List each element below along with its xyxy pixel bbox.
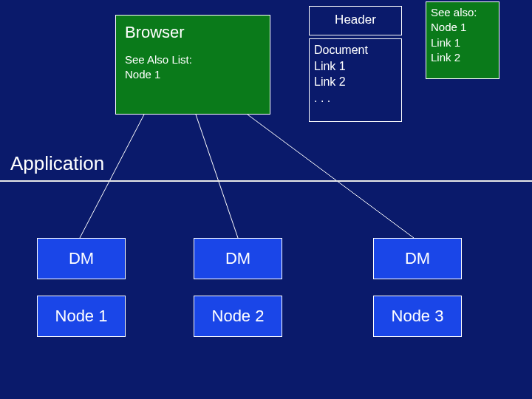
node-box-1: Node 1 (37, 296, 126, 337)
see-also-title: See also: (431, 5, 494, 20)
document-ellipsis: . . . (314, 90, 397, 106)
divider-line (0, 180, 532, 182)
header-label: Header (335, 13, 376, 27)
dm-label-3: DM (405, 249, 430, 268)
dm-box-1: DM (37, 238, 126, 279)
dm-box-3: DM (373, 238, 462, 279)
node-label-1: Node 1 (55, 307, 108, 326)
see-also-node: Node 1 (431, 20, 494, 35)
dm-box-2: DM (194, 238, 282, 279)
document-link-1: Link 1 (314, 58, 397, 75)
browser-panel: Browser See Also List: Node 1 (115, 15, 270, 115)
document-panel: Document Link 1 Link 2 . . . (309, 38, 402, 122)
node-label-2: Node 2 (212, 307, 265, 326)
document-title: Document (314, 42, 397, 58)
header-panel: Header (309, 6, 402, 35)
node-label-3: Node 3 (392, 307, 444, 326)
see-also-list-node: Node 1 (125, 67, 261, 82)
dm-label-1: DM (69, 249, 94, 268)
dm-label-2: DM (225, 249, 250, 268)
see-also-panel: See also: Node 1 Link 1 Link 2 (426, 1, 499, 79)
see-also-link-1: Link 1 (431, 35, 494, 50)
svg-line-1 (196, 115, 238, 238)
document-link-2: Link 2 (314, 74, 397, 90)
application-label: Application (10, 152, 104, 175)
see-also-list-label: See Also List: (125, 52, 261, 67)
svg-line-0 (80, 115, 144, 238)
svg-line-2 (248, 115, 414, 238)
node-box-2: Node 2 (194, 296, 282, 337)
browser-title: Browser (125, 23, 261, 42)
node-box-3: Node 3 (373, 296, 462, 337)
see-also-link-2: Link 2 (431, 50, 494, 65)
